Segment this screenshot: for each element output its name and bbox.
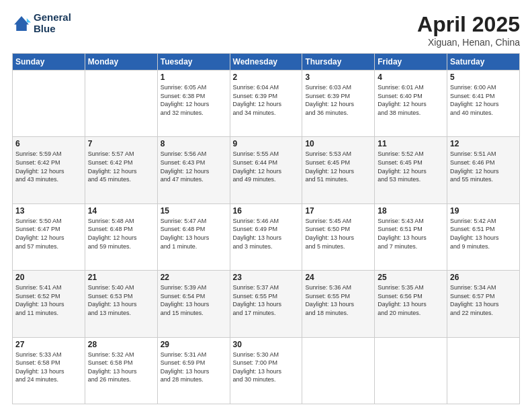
calendar-cell: 17Sunrise: 5:45 AM Sunset: 6:50 PM Dayli… <box>302 203 375 270</box>
day-number: 28 <box>88 340 154 349</box>
day-number: 7 <box>88 139 154 148</box>
day-header-wednesday: Wednesday <box>230 54 302 71</box>
calendar-cell: 13Sunrise: 5:50 AM Sunset: 6:47 PM Dayli… <box>13 203 85 270</box>
title-block: April 2025 Xiguan, Henan, China <box>417 12 520 48</box>
calendar-cell: 15Sunrise: 5:47 AM Sunset: 6:48 PM Dayli… <box>157 203 230 270</box>
day-header-tuesday: Tuesday <box>157 54 230 71</box>
day-info: Sunrise: 5:40 AM Sunset: 6:53 PM Dayligh… <box>88 283 154 317</box>
calendar-cell: 9Sunrise: 5:55 AM Sunset: 6:44 PM Daylig… <box>230 137 302 203</box>
day-number: 4 <box>378 73 444 82</box>
day-header-thursday: Thursday <box>302 54 375 71</box>
day-number: 8 <box>161 139 227 148</box>
logo-line2: Blue <box>34 24 71 35</box>
calendar-cell: 29Sunrise: 5:31 AM Sunset: 6:59 PM Dayli… <box>157 337 230 404</box>
day-number: 11 <box>378 139 444 148</box>
day-number: 17 <box>305 206 371 216</box>
day-number: 13 <box>15 206 82 216</box>
day-info: Sunrise: 5:59 AM Sunset: 6:42 PM Dayligh… <box>15 150 82 183</box>
svg-marker-0 <box>14 16 29 31</box>
day-number: 5 <box>450 73 517 82</box>
day-info: Sunrise: 6:03 AM Sunset: 6:39 PM Dayligh… <box>305 83 371 117</box>
day-info: Sunrise: 5:33 AM Sunset: 6:58 PM Dayligh… <box>15 351 82 384</box>
calendar-cell: 8Sunrise: 5:56 AM Sunset: 6:43 PM Daylig… <box>157 137 230 203</box>
day-number: 30 <box>233 340 300 349</box>
calendar-cell: 14Sunrise: 5:48 AM Sunset: 6:48 PM Dayli… <box>85 203 157 270</box>
calendar-cell: 2Sunrise: 6:04 AM Sunset: 6:39 PM Daylig… <box>230 71 302 137</box>
subtitle: Xiguan, Henan, China <box>417 37 520 48</box>
calendar-cell: 4Sunrise: 6:01 AM Sunset: 6:40 PM Daylig… <box>375 71 447 137</box>
day-info: Sunrise: 5:43 AM Sunset: 6:51 PM Dayligh… <box>378 217 444 250</box>
day-info: Sunrise: 6:01 AM Sunset: 6:40 PM Dayligh… <box>378 83 444 117</box>
calendar-cell <box>13 71 85 137</box>
day-number: 20 <box>15 273 82 282</box>
calendar-cell: 26Sunrise: 5:34 AM Sunset: 6:57 PM Dayli… <box>447 271 520 337</box>
calendar-cell: 25Sunrise: 5:35 AM Sunset: 6:56 PM Dayli… <box>375 271 447 337</box>
calendar-cell <box>447 337 520 404</box>
day-info: Sunrise: 5:48 AM Sunset: 6:48 PM Dayligh… <box>88 217 154 250</box>
day-number: 21 <box>88 273 154 282</box>
calendar-cell: 18Sunrise: 5:43 AM Sunset: 6:51 PM Dayli… <box>375 203 447 270</box>
day-number: 9 <box>233 139 300 148</box>
calendar-week-2: 6Sunrise: 5:59 AM Sunset: 6:42 PM Daylig… <box>13 137 520 203</box>
logo-text: General Blue <box>34 12 71 34</box>
calendar-table: SundayMondayTuesdayWednesdayThursdayFrid… <box>12 53 520 404</box>
day-info: Sunrise: 5:45 AM Sunset: 6:50 PM Dayligh… <box>305 217 371 250</box>
day-info: Sunrise: 5:41 AM Sunset: 6:52 PM Dayligh… <box>15 283 82 317</box>
day-number: 2 <box>233 73 300 82</box>
calendar-cell: 20Sunrise: 5:41 AM Sunset: 6:52 PM Dayli… <box>13 271 85 337</box>
day-number: 18 <box>378 206 444 216</box>
calendar-cell: 16Sunrise: 5:46 AM Sunset: 6:49 PM Dayli… <box>230 203 302 270</box>
calendar-cell: 21Sunrise: 5:40 AM Sunset: 6:53 PM Dayli… <box>85 271 157 337</box>
day-info: Sunrise: 5:34 AM Sunset: 6:57 PM Dayligh… <box>450 283 517 317</box>
day-info: Sunrise: 5:30 AM Sunset: 7:00 PM Dayligh… <box>233 351 300 384</box>
day-number: 25 <box>378 273 444 282</box>
day-info: Sunrise: 5:31 AM Sunset: 6:59 PM Dayligh… <box>161 351 227 384</box>
calendar-cell: 28Sunrise: 5:32 AM Sunset: 6:58 PM Dayli… <box>85 337 157 404</box>
calendar-cell: 7Sunrise: 5:57 AM Sunset: 6:42 PM Daylig… <box>85 137 157 203</box>
calendar-cell: 24Sunrise: 5:36 AM Sunset: 6:55 PM Dayli… <box>302 271 375 337</box>
day-number: 12 <box>450 139 517 148</box>
calendar-week-3: 13Sunrise: 5:50 AM Sunset: 6:47 PM Dayli… <box>13 203 520 270</box>
day-info: Sunrise: 5:57 AM Sunset: 6:42 PM Dayligh… <box>88 150 154 183</box>
day-number: 10 <box>305 139 371 148</box>
day-info: Sunrise: 5:47 AM Sunset: 6:48 PM Dayligh… <box>161 217 227 250</box>
day-number: 27 <box>15 340 82 349</box>
day-info: Sunrise: 5:55 AM Sunset: 6:44 PM Dayligh… <box>233 150 300 183</box>
day-info: Sunrise: 5:52 AM Sunset: 6:45 PM Dayligh… <box>378 150 444 183</box>
day-info: Sunrise: 5:35 AM Sunset: 6:56 PM Dayligh… <box>378 283 444 317</box>
calendar-cell: 19Sunrise: 5:42 AM Sunset: 6:51 PM Dayli… <box>447 203 520 270</box>
day-number: 6 <box>15 139 82 148</box>
day-number: 15 <box>161 206 227 216</box>
calendar-cell: 27Sunrise: 5:33 AM Sunset: 6:58 PM Dayli… <box>13 337 85 404</box>
day-info: Sunrise: 5:50 AM Sunset: 6:47 PM Dayligh… <box>15 217 82 250</box>
day-number: 23 <box>233 273 300 282</box>
day-header-monday: Monday <box>85 54 157 71</box>
main-title: April 2025 <box>417 12 520 37</box>
logo-line1: General <box>34 12 71 24</box>
day-info: Sunrise: 6:05 AM Sunset: 6:38 PM Dayligh… <box>161 83 227 117</box>
day-info: Sunrise: 5:46 AM Sunset: 6:49 PM Dayligh… <box>233 217 300 250</box>
day-header-friday: Friday <box>375 54 447 71</box>
day-number: 26 <box>450 273 517 282</box>
calendar-cell: 6Sunrise: 5:59 AM Sunset: 6:42 PM Daylig… <box>13 137 85 203</box>
calendar-cell <box>302 337 375 404</box>
day-header-sunday: Sunday <box>13 54 85 71</box>
calendar-cell: 3Sunrise: 6:03 AM Sunset: 6:39 PM Daylig… <box>302 71 375 137</box>
calendar-cell: 22Sunrise: 5:39 AM Sunset: 6:54 PM Dayli… <box>157 271 230 337</box>
day-number: 16 <box>233 206 300 216</box>
calendar-cell <box>375 337 447 404</box>
calendar-cell: 30Sunrise: 5:30 AM Sunset: 7:00 PM Dayli… <box>230 337 302 404</box>
calendar-cell: 1Sunrise: 6:05 AM Sunset: 6:38 PM Daylig… <box>157 71 230 137</box>
day-info: Sunrise: 5:51 AM Sunset: 6:46 PM Dayligh… <box>450 150 517 183</box>
calendar-week-1: 1Sunrise: 6:05 AM Sunset: 6:38 PM Daylig… <box>13 71 520 137</box>
day-number: 19 <box>450 206 517 216</box>
calendar-week-4: 20Sunrise: 5:41 AM Sunset: 6:52 PM Dayli… <box>13 271 520 337</box>
calendar-cell: 10Sunrise: 5:53 AM Sunset: 6:45 PM Dayli… <box>302 137 375 203</box>
day-info: Sunrise: 5:53 AM Sunset: 6:45 PM Dayligh… <box>305 150 371 183</box>
day-number: 29 <box>161 340 227 349</box>
day-info: Sunrise: 5:32 AM Sunset: 6:58 PM Dayligh… <box>88 351 154 384</box>
day-info: Sunrise: 5:39 AM Sunset: 6:54 PM Dayligh… <box>161 283 227 317</box>
day-info: Sunrise: 5:36 AM Sunset: 6:55 PM Dayligh… <box>305 283 371 317</box>
day-number: 1 <box>161 73 227 82</box>
logo-icon <box>12 14 31 33</box>
